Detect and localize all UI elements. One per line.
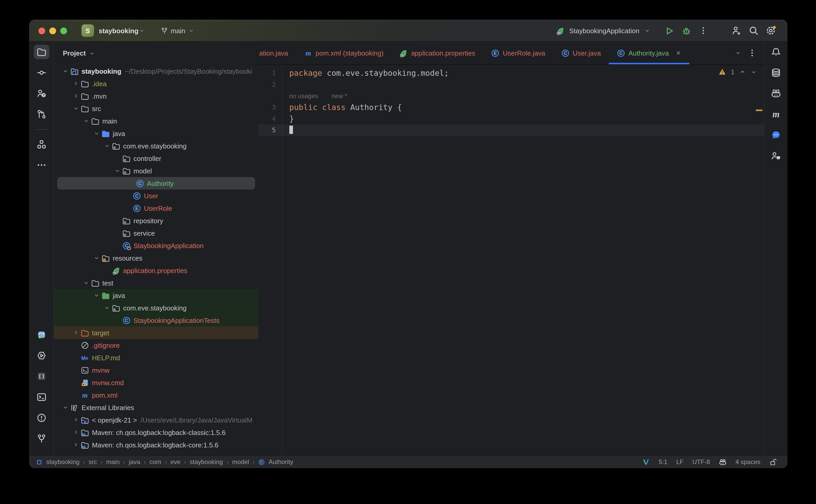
chevron-up-icon[interactable] (739, 69, 746, 75)
chevron-down-icon[interactable] (92, 130, 101, 137)
chevron-down-icon[interactable] (644, 28, 650, 34)
chevron-right-icon[interactable] (72, 80, 80, 87)
bell-icon[interactable] (768, 45, 784, 59)
chat-icon[interactable] (768, 128, 784, 142)
tree-item-userrole[interactable]: EUserRole (54, 202, 258, 214)
tree-item-staybookingapplicationtests[interactable]: CStaybookingApplicationTests (54, 314, 258, 326)
tab-pom.xml-staybooking-[interactable]: mpom.xml (staybooking) (296, 42, 391, 64)
tree-item-staybooking[interactable]: staybooking~/Desktop/Projects/StayBookin… (54, 65, 258, 77)
code-line-1[interactable]: 1package com.eve.staybooking.model; (258, 67, 764, 79)
tree-item-com.eve.staybooking[interactable]: com.eve.staybooking (54, 140, 258, 152)
settings-button[interactable] (765, 24, 777, 37)
hidden-tabs-button[interactable] (735, 50, 741, 56)
tree-item-external-libraries[interactable]: External Libraries (54, 401, 258, 414)
tab-application.properties[interactable]: application.properties (391, 42, 483, 64)
run-button[interactable] (663, 24, 675, 37)
chevron-right-icon[interactable] (72, 417, 80, 423)
debug-button[interactable] (680, 24, 692, 37)
users-question-icon[interactable]: ? (33, 86, 49, 101)
tree-item-application.properties[interactable]: application.properties (54, 264, 258, 277)
tree-item-main[interactable]: main (54, 115, 258, 127)
vcs-author-hint[interactable]: new * (332, 92, 347, 100)
chevron-down-icon[interactable] (72, 105, 80, 112)
tab-userrole.java[interactable]: EUserRole.java (483, 42, 553, 64)
warning-stripe-mark[interactable] (756, 110, 763, 111)
breadcrumb-item[interactable]: staybooking (46, 458, 79, 466)
tree-item-target[interactable]: target (54, 326, 258, 339)
chevron-down-icon[interactable] (751, 69, 757, 75)
tree-item-test[interactable]: test (54, 277, 258, 289)
add-user-button[interactable] (730, 24, 743, 37)
tab-user.java[interactable]: CUser.java (553, 42, 609, 64)
breadcrumb-item[interactable]: staybooking (190, 458, 223, 466)
chevron-down-icon[interactable] (61, 404, 70, 411)
run-configuration[interactable]: StaybookingApplication (569, 27, 639, 35)
tree-item-mvnw[interactable]: mvnw (54, 364, 258, 376)
tree-item-pom.xml[interactable]: mpom.xml (54, 389, 258, 401)
chevron-right-icon[interactable] (72, 93, 80, 99)
code-line-2[interactable]: 2 (258, 79, 764, 90)
tree-item-mvnw.cmd[interactable]: mvnw.cmd (54, 376, 258, 389)
branch-widget[interactable]: main (160, 27, 194, 35)
close-window-button[interactable] (38, 27, 45, 34)
chevron-down-icon[interactable] (103, 305, 111, 311)
breadcrumb-item[interactable]: eve (170, 458, 180, 466)
code-editor[interactable]: 1 1package com.eve.staybooking.model;2no… (258, 65, 764, 455)
tree-item-controller[interactable]: controller (54, 152, 258, 165)
tree-item-java[interactable]: java (54, 127, 258, 140)
line-separator[interactable]: LF (676, 458, 684, 466)
commit-icon[interactable] (33, 65, 49, 80)
tree-item-maven-ch.qos.logback-logback-classic-1.5.6[interactable]: Maven: ch.qos.logback:logback-classic:1.… (54, 426, 258, 439)
tree-item-maven-ch.qos.logback-logback-core-1.5.6[interactable]: Maven: ch.qos.logback:logback-core:1.5.6 (54, 439, 258, 451)
code-line-5[interactable]: 5 (258, 125, 764, 136)
file-encoding[interactable]: UTF-8 (692, 458, 710, 466)
project-chevron[interactable] (138, 28, 145, 34)
chevron-right-icon[interactable] (72, 429, 80, 435)
frames-icon[interactable] (33, 369, 49, 384)
inspection-widget[interactable]: 1 (719, 68, 757, 76)
tab-ation.java[interactable]: ation.java (258, 42, 296, 64)
chevron-down-icon[interactable] (82, 280, 90, 286)
problems-icon[interactable] (33, 411, 49, 425)
tab-options-button[interactable] (747, 48, 757, 58)
tree-item-resources[interactable]: resources (54, 252, 258, 264)
chevron-down-icon[interactable] (113, 168, 121, 174)
tree-item-.gitignore[interactable]: .gitignore (54, 339, 258, 351)
mascot-icon[interactable] (33, 328, 49, 342)
breadcrumb-item[interactable]: java (129, 458, 140, 466)
breadcrumb-item[interactable]: Authority (268, 458, 293, 466)
chevron-down-icon[interactable] (103, 143, 111, 149)
tab-authority.java[interactable]: CAuthority.java (609, 42, 689, 64)
caret-position[interactable]: 5:1 (659, 458, 668, 466)
breadcrumb-item[interactable]: main (106, 458, 120, 466)
zoom-window-button[interactable] (60, 27, 67, 34)
terminal-icon[interactable] (33, 390, 49, 404)
tree-item-.idea[interactable]: .idea (54, 77, 258, 90)
close-tab-icon[interactable] (675, 50, 681, 56)
more-icon[interactable] (33, 158, 49, 172)
breadcrumb-item[interactable]: com (150, 458, 161, 466)
maven-tool-icon[interactable]: m (768, 107, 784, 121)
project-panel-header[interactable]: Project (54, 42, 258, 65)
file-writable-icon[interactable] (769, 458, 777, 466)
structure-icon[interactable] (33, 137, 49, 152)
git-branch-icon[interactable] (33, 431, 49, 446)
tree-item--openjdk-21-[interactable]: < openjdk-21 >/Users/eve/Library/Java/Ja… (54, 414, 258, 426)
more-actions-button[interactable] (697, 24, 710, 37)
chevron-down-icon[interactable] (82, 118, 90, 124)
tree-item-.mvn[interactable]: .mvn (54, 90, 258, 102)
chevron-down-icon[interactable] (61, 68, 70, 74)
pull-request-icon[interactable] (33, 107, 49, 121)
chevron-right-icon[interactable] (72, 442, 80, 448)
tree-item-model[interactable]: model (54, 165, 258, 177)
tree-item-service[interactable]: service (54, 227, 258, 239)
ai-assistant-icon[interactable] (768, 86, 784, 101)
code-with-me-icon[interactable] (768, 148, 784, 163)
tree-item-help.md[interactable]: MHELP.md (54, 351, 258, 364)
tree-item-staybookingapplication[interactable]: CStaybookingApplication (54, 239, 258, 252)
breadcrumb-item[interactable]: src (89, 458, 97, 466)
chevron-right-icon[interactable] (72, 330, 80, 336)
tree-item-user[interactable]: CUser (54, 189, 258, 202)
breadcrumb-item[interactable]: model (232, 458, 249, 466)
search-everywhere-button[interactable] (747, 24, 760, 37)
